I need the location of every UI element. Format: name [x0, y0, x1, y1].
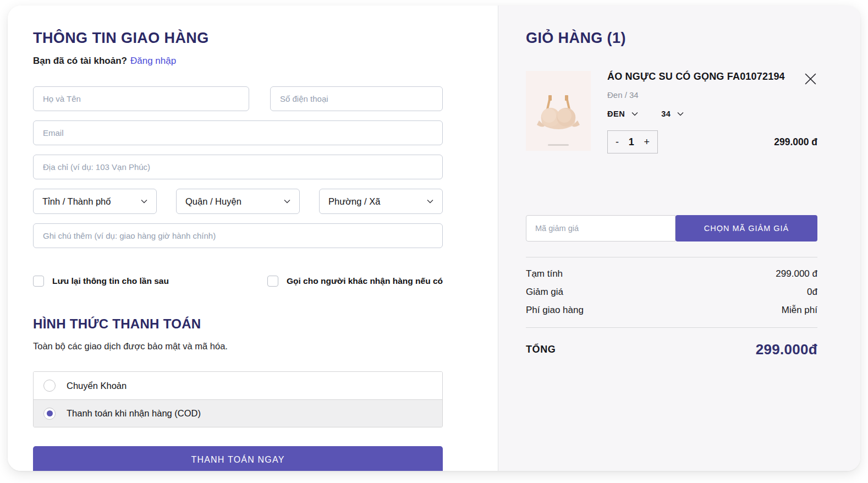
size-select-value: 34 — [661, 109, 671, 118]
cart-title: GIỎ HÀNG (1) — [526, 30, 817, 47]
radio-selected-icon — [43, 408, 56, 420]
save-info-checkbox[interactable]: Lưu lại thông tin cho lần sau — [33, 276, 169, 287]
shipping-fee-value: Miễn phí — [782, 305, 817, 316]
item-price: 299.000 đ — [774, 136, 817, 148]
payment-option-label: Chuyển Khoản — [67, 381, 127, 391]
total-label: TỔNG — [526, 344, 556, 355]
shipping-panel: THÔNG TIN GIAO HÀNG Bạn đã có tài khoản?… — [8, 6, 498, 471]
summary-row-shipping: Phí giao hàng Miễn phí — [526, 301, 817, 319]
shipping-form: Tỉnh / Thành phố Quận / Huyện Phường / X… — [33, 86, 443, 248]
login-link[interactable]: Đăng nhập — [130, 56, 176, 66]
cart-item: ÁO NGỰC SU CÓ GỌNG FA01072194 Đen / 34 Đ… — [526, 71, 817, 153]
payment-option-bank-transfer[interactable]: Chuyển Khoản — [34, 372, 442, 399]
payment-option-label: Thanh toán khi nhận hàng (COD) — [67, 408, 201, 419]
order-summary: Tạm tính 299.000 đ Giảm giá 0đ Phí giao … — [526, 265, 817, 319]
chevron-down-icon — [427, 199, 433, 204]
product-image — [526, 71, 591, 151]
cart-panel: GIỎ HÀNG (1) — [498, 6, 860, 471]
payment-option-cod[interactable]: Thanh toán khi nhận hàng (COD) — [34, 399, 442, 427]
color-select[interactable]: ĐEN — [607, 109, 638, 118]
call-other-checkbox[interactable]: Gọi cho người khác nhận hàng nếu có — [267, 276, 443, 287]
quantity-stepper: - 1 + — [607, 130, 658, 153]
checkbox-icon — [33, 276, 44, 287]
checkbox-row: Lưu lại thông tin cho lần sau Gọi cho ng… — [33, 276, 443, 287]
email-field[interactable] — [33, 120, 443, 145]
discount-value: 0đ — [807, 287, 817, 298]
shipping-fee-label: Phí giao hàng — [526, 305, 584, 316]
remove-item-icon[interactable] — [804, 72, 817, 86]
subtotal-label: Tạm tính — [526, 268, 563, 279]
ward-select[interactable]: Phường / Xã — [319, 189, 443, 214]
size-select[interactable]: 34 — [661, 109, 684, 118]
discount-row: CHỌN MÃ GIẢM GIÁ — [526, 215, 817, 241]
product-info: ÁO NGỰC SU CÓ GỌNG FA01072194 Đen / 34 Đ… — [607, 71, 817, 153]
payment-title: HÌNH THỨC THANH TOÁN — [33, 316, 443, 332]
account-prompt: Bạn đã có tài khoản?Đăng nhập — [33, 56, 443, 67]
color-select-value: ĐEN — [607, 109, 625, 118]
total-value: 299.000đ — [756, 341, 817, 358]
province-select[interactable]: Tỉnh / Thành phố — [33, 189, 157, 214]
discount-code-input[interactable] — [526, 215, 675, 241]
checkout-card: THÔNG TIN GIAO HÀNG Bạn đã có tài khoản?… — [8, 6, 860, 471]
save-info-label: Lưu lại thông tin cho lần sau — [52, 276, 169, 286]
district-select-value: Quận / Huyện — [185, 196, 241, 207]
total-row: TỔNG 299.000đ — [526, 341, 817, 358]
quantity-increase-button[interactable]: + — [644, 136, 650, 148]
product-name: ÁO NGỰC SU CÓ GỌNG FA01072194 — [607, 71, 817, 83]
subtotal-value: 299.000 đ — [776, 268, 817, 279]
summary-divider — [526, 257, 817, 257]
pay-now-button[interactable]: THANH TOÁN NGAY — [33, 446, 443, 471]
summary-row-subtotal: Tạm tính 299.000 đ — [526, 265, 817, 283]
quantity-decrease-button[interactable]: - — [616, 136, 619, 148]
note-field[interactable] — [33, 223, 443, 248]
ward-select-value: Phường / Xã — [328, 196, 380, 207]
secure-note: Toàn bộ các giao dịch được bảo mật và mã… — [33, 341, 443, 352]
address-field[interactable] — [33, 155, 443, 179]
shipping-title: THÔNG TIN GIAO HÀNG — [33, 30, 443, 47]
chevron-down-icon — [677, 112, 684, 116]
radio-icon — [43, 380, 56, 392]
chevron-down-icon — [284, 199, 290, 204]
province-select-value: Tỉnh / Thành phố — [42, 196, 111, 207]
district-select[interactable]: Quận / Huyện — [176, 189, 300, 214]
summary-row-discount: Giảm giá 0đ — [526, 283, 817, 301]
payment-options: Chuyển Khoản Thanh toán khi nhận hàng (C… — [33, 371, 443, 427]
product-variant: Đen / 34 — [607, 90, 817, 100]
discount-label: Giảm giá — [526, 287, 563, 298]
total-divider — [526, 327, 817, 328]
chevron-down-icon — [141, 199, 147, 204]
choose-discount-button[interactable]: CHỌN MÃ GIẢM GIÁ — [675, 215, 817, 241]
chevron-down-icon — [631, 112, 638, 116]
quantity-value: 1 — [629, 136, 634, 148]
name-field[interactable] — [33, 86, 249, 111]
call-other-label: Gọi cho người khác nhận hàng nếu có — [287, 276, 443, 286]
checkbox-icon — [267, 276, 278, 287]
account-prompt-text: Bạn đã có tài khoản? — [33, 56, 127, 66]
phone-field[interactable] — [270, 86, 443, 111]
